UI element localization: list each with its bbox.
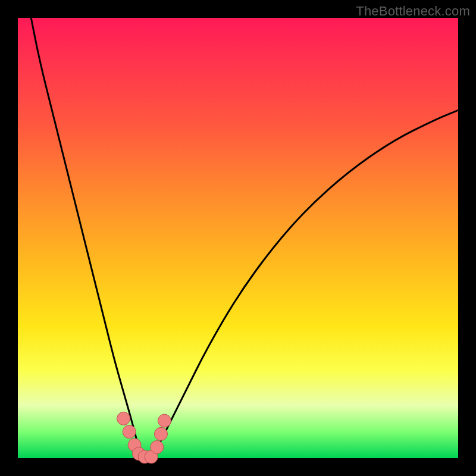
plot-area	[18, 18, 458, 458]
curve-marker	[123, 425, 136, 439]
curve-svg	[18, 18, 458, 458]
bottleneck-curve	[31, 18, 458, 458]
outer-frame: TheBottleneck.com	[0, 0, 476, 476]
watermark-text: TheBottleneck.com	[356, 4, 470, 19]
curve-marker	[155, 427, 168, 440]
curve-marker	[158, 414, 171, 427]
curve-markers	[117, 412, 171, 463]
curve-marker	[151, 441, 164, 454]
curve-marker	[117, 412, 130, 425]
